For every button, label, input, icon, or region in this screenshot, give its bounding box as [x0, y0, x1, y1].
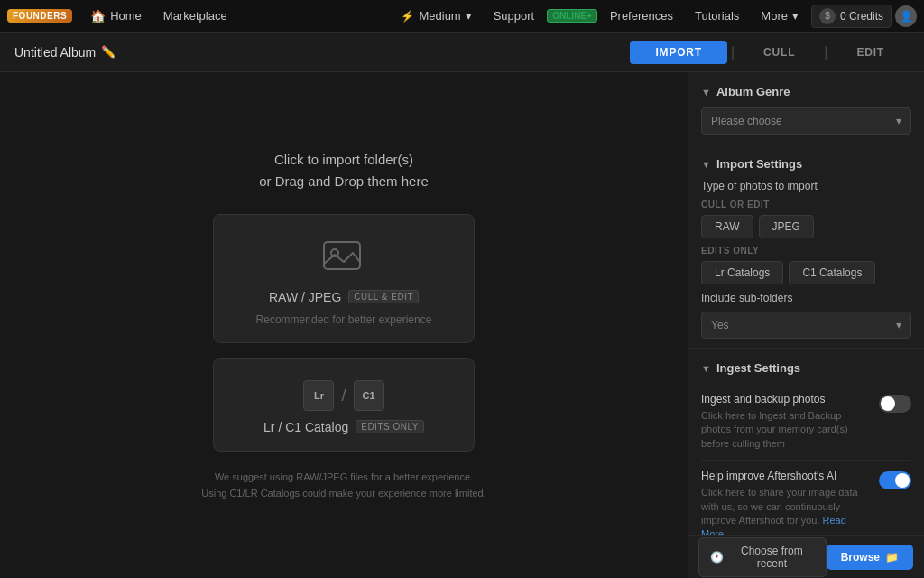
edits-only-label: EDITS ONLY	[701, 246, 911, 256]
nav-speed[interactable]: ⚡ Medium ▾	[392, 5, 480, 26]
import-settings-title: Import Settings	[716, 157, 802, 171]
drop-instruction: Click to import folder(s) or Drag and Dr…	[259, 149, 429, 192]
genre-placeholder: Please choose	[711, 115, 782, 127]
toggle-thumb-off	[881, 396, 895, 411]
browse-label: Browse	[841, 551, 880, 564]
cull-edit-badge: CULL & EDIT	[348, 290, 419, 303]
raw-jpeg-sub: Recommended for better experience	[256, 313, 432, 326]
ingest-backup-row: Ingest and backup photos Click here to I…	[701, 384, 911, 461]
speed-chevron-icon: ▾	[466, 9, 472, 23]
album-genre-header: ▼ Album Genre	[701, 85, 911, 98]
album-title-group: Untitled Album ✏️	[14, 45, 116, 60]
nav-tutorials-label: Tutorials	[695, 9, 739, 23]
bottom-bar: 🕐 Choose from recent Browse 📁	[688, 535, 924, 578]
lr-c1-label: Lr / C1 Catalog EDITS ONLY	[263, 420, 424, 434]
cull-edit-label: CULL OR EDIT	[701, 200, 911, 210]
app-logo: FOUNDERS	[7, 9, 72, 23]
c1-box: C1	[354, 380, 384, 411]
tab-import[interactable]: IMPORT	[630, 41, 726, 64]
import-chevron-icon[interactable]: ▼	[701, 159, 711, 170]
ai-improve-toggle[interactable]	[879, 471, 911, 489]
jpeg-toggle-btn[interactable]: JPEG	[759, 215, 814, 238]
raw-jpeg-toggle-group: RAW JPEG	[701, 215, 911, 238]
album-title-text: Untitled Album	[14, 45, 96, 60]
lr-box: Lr	[303, 380, 334, 411]
import-settings-section: ▼ Import Settings Type of photos to impo…	[688, 144, 924, 349]
nav-tutorials[interactable]: Tutorials	[686, 5, 748, 26]
hint-line2: Using C1/LR Catalogs could make your exp…	[201, 486, 485, 502]
ingest-backup-title: Ingest and backup photos	[701, 393, 870, 406]
ingest-backup-toggle[interactable]	[879, 395, 911, 413]
sub-folders-select[interactable]: Yes ▾	[701, 312, 911, 339]
album-genre-title: Album Genre	[716, 85, 790, 98]
raw-jpeg-card[interactable]: RAW / JPEG CULL & EDIT Recommended for b…	[213, 214, 475, 343]
choose-recent-label: Choose from recent	[729, 545, 815, 570]
lr-catalogs-btn[interactable]: Lr Catalogs	[701, 261, 783, 284]
nav-home[interactable]: 🏠 Home	[81, 5, 151, 27]
ingest-backup-info: Ingest and backup photos Click here to I…	[701, 393, 879, 451]
raw-toggle-btn[interactable]: RAW	[701, 215, 753, 238]
edit-album-icon[interactable]: ✏️	[101, 45, 116, 59]
ingest-settings-title: Ingest Settings	[716, 361, 800, 375]
hint-line1: We suggest using RAW/JPEG files for a be…	[201, 470, 485, 486]
ai-improve-desc: Click here to share your image data with…	[701, 486, 870, 542]
credits-button[interactable]: $ 0 Credits	[811, 5, 892, 28]
online-badge: ONLINE+	[547, 9, 597, 23]
credits-label: 0 Credits	[840, 10, 883, 23]
genre-select[interactable]: Please choose ▾	[701, 107, 911, 135]
nav-support[interactable]: Support	[485, 5, 544, 26]
sub-folders-label: Include sub-folders	[701, 292, 911, 304]
nav-marketplace[interactable]: Marketplace	[154, 5, 236, 26]
nav-speed-label: Medium	[419, 9, 460, 23]
main-layout: Click to import folder(s) or Drag and Dr…	[0, 72, 924, 578]
raw-jpeg-label: RAW / JPEG CULL & EDIT	[269, 290, 419, 304]
tab-cull[interactable]: CULL	[738, 41, 820, 64]
image-icon	[322, 237, 365, 281]
lr-c1-text: Lr / C1 Catalog	[263, 420, 348, 434]
browse-button[interactable]: Browse 📁	[827, 545, 913, 570]
bolt-icon: ⚡	[401, 10, 414, 23]
nav-marketplace-label: Marketplace	[163, 9, 227, 23]
genre-chevron-down-icon: ▾	[896, 115, 901, 127]
nav-preferences[interactable]: Preferences	[601, 5, 682, 26]
ingest-settings-section: ▼ Ingest Settings Ingest and backup phot…	[688, 349, 924, 561]
tab-edit[interactable]: EDIT	[831, 41, 910, 64]
credits-circle-icon: $	[819, 8, 836, 24]
edits-only-badge: EDITS ONLY	[356, 420, 424, 434]
choose-recent-button[interactable]: 🕐 Choose from recent	[698, 537, 827, 577]
raw-jpeg-text: RAW / JPEG	[269, 290, 341, 304]
drop-line2: or Drag and Drop them here	[259, 171, 429, 192]
folder-icon: 📁	[885, 551, 899, 564]
type-label: Type of photos to import	[701, 180, 911, 192]
nav-support-label: Support	[494, 9, 535, 23]
tab-divider-1: |	[727, 41, 738, 64]
ai-improve-title: Help improve Aftershoot's AI	[701, 470, 870, 482]
genre-chevron-icon[interactable]: ▼	[701, 87, 711, 98]
bottom-hint: We suggest using RAW/JPEG files for a be…	[201, 470, 485, 501]
ingest-chevron-icon[interactable]: ▼	[701, 363, 711, 374]
ingest-settings-header: ▼ Ingest Settings	[701, 361, 911, 375]
center-content: Click to import folder(s) or Drag and Dr…	[0, 72, 688, 578]
ai-improve-info: Help improve Aftershoot's AI Click here …	[701, 470, 879, 542]
lr-c1-card[interactable]: Lr / C1 Lr / C1 Catalog EDITS ONLY	[213, 358, 475, 452]
secondary-bar: Untitled Album ✏️ IMPORT | CULL | EDIT	[0, 33, 924, 72]
sub-folders-chevron-icon: ▾	[896, 319, 901, 331]
import-settings-header: ▼ Import Settings	[701, 157, 911, 171]
ingest-backup-desc: Click here to Ingest and Backup photos f…	[701, 409, 870, 451]
home-icon: 🏠	[90, 9, 106, 23]
workflow-tabs: IMPORT | CULL | EDIT	[630, 41, 910, 64]
nav-more-label: More	[761, 9, 788, 23]
avatar[interactable]: 👤	[895, 5, 917, 27]
c1-catalogs-btn[interactable]: C1 Catalogs	[789, 261, 875, 284]
nav-right: ⚡ Medium ▾ Support ONLINE+ Preferences T…	[392, 5, 917, 28]
tab-divider-2: |	[820, 41, 831, 64]
top-nav: FOUNDERS 🏠 Home Marketplace ⚡ Medium ▾ S…	[0, 0, 924, 33]
nav-more[interactable]: More ▾	[752, 5, 808, 26]
sub-folders-value: Yes	[711, 319, 729, 331]
nav-preferences-label: Preferences	[610, 9, 673, 23]
clock-icon: 🕐	[710, 551, 724, 564]
more-chevron-icon: ▾	[792, 9, 799, 23]
nav-home-label: Home	[110, 9, 142, 23]
drop-line1: Click to import folder(s)	[259, 149, 429, 171]
lr-c1-icon: Lr / C1	[303, 380, 383, 411]
